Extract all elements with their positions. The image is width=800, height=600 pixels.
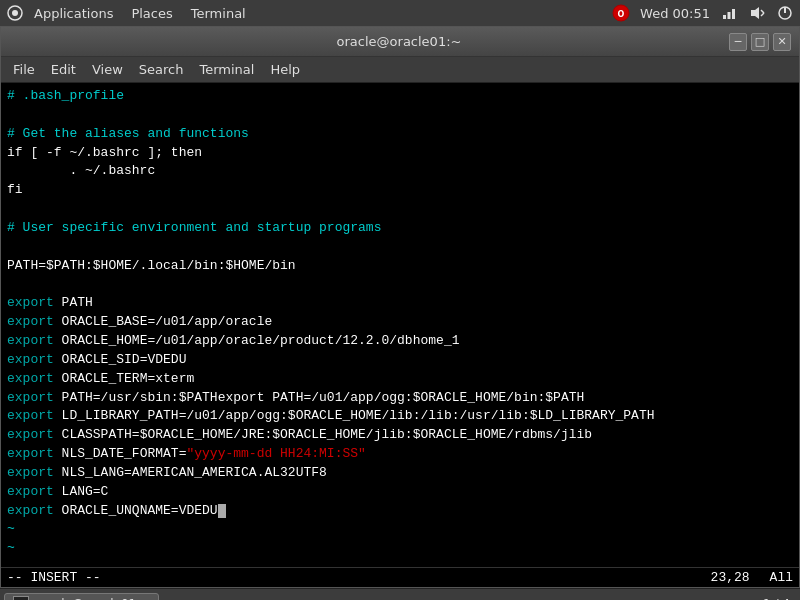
menu-terminal[interactable]: Terminal bbox=[191, 60, 262, 79]
places-menu[interactable]: Places bbox=[123, 4, 180, 23]
window-controls: ─ □ ✕ bbox=[729, 33, 791, 51]
line-blank-4 bbox=[7, 275, 793, 294]
line-18: export LANG=C bbox=[7, 483, 793, 502]
maximize-button[interactable]: □ bbox=[751, 33, 769, 51]
terminal-window: oracle@oracle01:~ ─ □ ✕ File Edit View S… bbox=[0, 26, 800, 588]
svg-marker-7 bbox=[751, 7, 759, 19]
taskbar: $_ oracle@oracle01:~ 1 / 4 bbox=[0, 588, 800, 600]
svg-text:O: O bbox=[618, 10, 625, 19]
line-blank-3 bbox=[7, 238, 793, 257]
system-logo-icon bbox=[6, 4, 24, 22]
svg-rect-4 bbox=[723, 15, 726, 19]
system-bar: Applications Places Terminal O Wed 00:51 bbox=[0, 0, 800, 26]
close-button[interactable]: ✕ bbox=[773, 33, 791, 51]
window-title: oracle@oracle01:~ bbox=[69, 34, 729, 49]
minimize-button[interactable]: ─ bbox=[729, 33, 747, 51]
menu-help[interactable]: Help bbox=[262, 60, 308, 79]
taskbar-page: 1 / 4 bbox=[763, 597, 796, 601]
line-6: # User specific environment and startup … bbox=[7, 219, 793, 238]
line-2: # Get the aliases and functions bbox=[7, 125, 793, 144]
title-bar: oracle@oracle01:~ ─ □ ✕ bbox=[1, 27, 799, 57]
terminal-icon: $_ bbox=[13, 596, 29, 601]
line-12: export ORACLE_TERM=xterm bbox=[7, 370, 793, 389]
line-10: export ORACLE_HOME=/u01/app/oracle/produ… bbox=[7, 332, 793, 351]
line-8: export PATH bbox=[7, 294, 793, 313]
vim-status-bar: -- INSERT -- 23,28 All bbox=[1, 567, 799, 587]
vim-scroll: All bbox=[770, 570, 793, 585]
line-16: export NLS_DATE_FORMAT="yyyy-mm-dd HH24:… bbox=[7, 445, 793, 464]
line-5: fi bbox=[7, 181, 793, 200]
line-9: export ORACLE_BASE=/u01/app/oracle bbox=[7, 313, 793, 332]
line-11: export ORACLE_SID=VDEDU bbox=[7, 351, 793, 370]
vim-mode: -- INSERT -- bbox=[7, 570, 711, 585]
svg-line-9 bbox=[761, 13, 764, 16]
volume-icon bbox=[748, 4, 766, 22]
svg-point-1 bbox=[12, 10, 18, 16]
line-19: export ORACLE_UNQNAME=VDEDU bbox=[7, 502, 793, 521]
menu-view[interactable]: View bbox=[84, 60, 131, 79]
menu-search[interactable]: Search bbox=[131, 60, 192, 79]
svg-rect-6 bbox=[732, 9, 735, 19]
terminal-content[interactable]: # .bash_profile # Get the aliases and fu… bbox=[1, 83, 799, 567]
taskbar-terminal[interactable]: $_ oracle@oracle01:~ bbox=[4, 593, 159, 601]
terminal-menu[interactable]: Terminal bbox=[183, 4, 254, 23]
line-14: export LD_LIBRARY_PATH=/u01/app/ogg:$ORA… bbox=[7, 407, 793, 426]
taskbar-terminal-label: oracle@oracle01:~ bbox=[35, 597, 150, 601]
line-1: # .bash_profile bbox=[7, 87, 793, 106]
oracle-icon: O bbox=[612, 4, 630, 22]
menu-bar: File Edit View Search Terminal Help bbox=[1, 57, 799, 83]
line-13: export PATH=/usr/sbin:$PATHexport PATH=/… bbox=[7, 389, 793, 408]
line-tilde-2: ~ bbox=[7, 539, 793, 558]
power-icon[interactable] bbox=[776, 4, 794, 22]
line-blank-2 bbox=[7, 200, 793, 219]
menu-edit[interactable]: Edit bbox=[43, 60, 84, 79]
line-15: export CLASSPATH=$ORACLE_HOME/JRE:$ORACL… bbox=[7, 426, 793, 445]
line-4: . ~/.bashrc bbox=[7, 162, 793, 181]
vim-position: 23,28 bbox=[711, 570, 750, 585]
applications-menu[interactable]: Applications bbox=[26, 4, 121, 23]
network-icon bbox=[720, 4, 738, 22]
system-bar-left: Applications Places Terminal bbox=[6, 4, 612, 23]
menu-file[interactable]: File bbox=[5, 60, 43, 79]
line-tilde-1: ~ bbox=[7, 520, 793, 539]
line-blank-1 bbox=[7, 106, 793, 125]
svg-rect-5 bbox=[728, 12, 731, 19]
clock: Wed 00:51 bbox=[640, 6, 710, 21]
line-17: export NLS_LANG=AMERICAN_AMERICA.AL32UTF… bbox=[7, 464, 793, 483]
line-3: if [ -f ~/.bashrc ]; then bbox=[7, 144, 793, 163]
system-bar-right: O Wed 00:51 bbox=[612, 4, 794, 22]
line-7: PATH=$PATH:$HOME/.local/bin:$HOME/bin bbox=[7, 257, 793, 276]
